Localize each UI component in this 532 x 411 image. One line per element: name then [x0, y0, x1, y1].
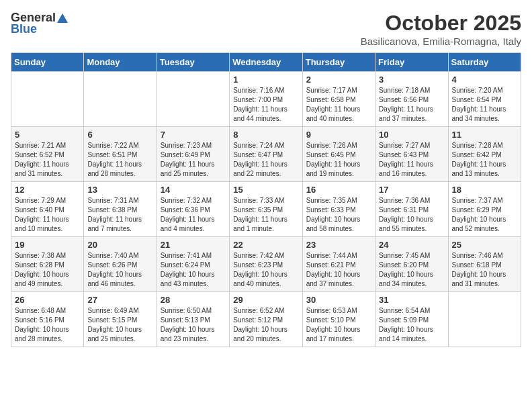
- day-number: 17: [379, 185, 444, 195]
- table-row: 18Sunrise: 7:37 AM Sunset: 6:29 PM Dayli…: [448, 182, 521, 237]
- day-info: Sunrise: 6:53 AM Sunset: 5:10 PM Dayligh…: [306, 306, 371, 344]
- day-number: 26: [15, 295, 80, 305]
- day-number: 9: [306, 130, 371, 140]
- day-number: 15: [233, 185, 298, 195]
- day-number: 29: [233, 295, 298, 305]
- header-saturday: Saturday: [448, 53, 521, 72]
- table-row: 19Sunrise: 7:38 AM Sunset: 6:28 PM Dayli…: [11, 237, 84, 292]
- logo-blue: Blue: [11, 22, 37, 36]
- table-row: 4Sunrise: 7:20 AM Sunset: 6:54 PM Daylig…: [448, 72, 521, 127]
- location-title: Basilicanova, Emilia-Romagna, Italy: [361, 36, 521, 47]
- day-info: Sunrise: 7:38 AM Sunset: 6:28 PM Dayligh…: [15, 251, 80, 289]
- page-header: General Blue October 2025 Basilicanova, …: [11, 11, 521, 47]
- table-row: 27Sunrise: 6:49 AM Sunset: 5:15 PM Dayli…: [84, 292, 157, 347]
- table-row: 21Sunrise: 7:41 AM Sunset: 6:24 PM Dayli…: [157, 237, 229, 292]
- day-number: 19: [15, 240, 80, 250]
- day-info: Sunrise: 7:37 AM Sunset: 6:29 PM Dayligh…: [452, 196, 517, 234]
- day-info: Sunrise: 7:32 AM Sunset: 6:36 PM Dayligh…: [161, 196, 226, 234]
- table-row: 12Sunrise: 7:29 AM Sunset: 6:40 PM Dayli…: [11, 182, 84, 237]
- title-block: October 2025 Basilicanova, Emilia-Romagn…: [361, 11, 521, 47]
- day-info: Sunrise: 7:35 AM Sunset: 6:33 PM Dayligh…: [306, 196, 371, 234]
- day-info: Sunrise: 7:22 AM Sunset: 6:51 PM Dayligh…: [87, 141, 152, 179]
- day-info: Sunrise: 7:18 AM Sunset: 6:56 PM Dayligh…: [379, 86, 444, 124]
- day-number: 8: [233, 130, 298, 140]
- table-row: 3Sunrise: 7:18 AM Sunset: 6:56 PM Daylig…: [375, 72, 448, 127]
- day-info: Sunrise: 6:54 AM Sunset: 5:09 PM Dayligh…: [379, 306, 444, 344]
- table-row: 1Sunrise: 7:16 AM Sunset: 7:00 PM Daylig…: [230, 72, 302, 127]
- day-info: Sunrise: 7:27 AM Sunset: 6:43 PM Dayligh…: [379, 141, 444, 179]
- table-row: 26Sunrise: 6:48 AM Sunset: 5:16 PM Dayli…: [11, 292, 84, 347]
- calendar: Sunday Monday Tuesday Wednesday Thursday…: [11, 52, 521, 347]
- day-number: 25: [452, 240, 517, 250]
- calendar-week-row: 12Sunrise: 7:29 AM Sunset: 6:40 PM Dayli…: [11, 182, 521, 237]
- table-row: [11, 72, 84, 127]
- day-info: Sunrise: 7:17 AM Sunset: 6:58 PM Dayligh…: [306, 86, 371, 124]
- table-row: 22Sunrise: 7:42 AM Sunset: 6:23 PM Dayli…: [230, 237, 302, 292]
- table-row: 29Sunrise: 6:52 AM Sunset: 5:12 PM Dayli…: [230, 292, 302, 347]
- day-number: 21: [161, 240, 226, 250]
- table-row: 10Sunrise: 7:27 AM Sunset: 6:43 PM Dayli…: [375, 127, 448, 182]
- day-number: 12: [15, 185, 80, 195]
- day-number: 24: [379, 240, 444, 250]
- day-number: 11: [452, 130, 517, 140]
- day-number: 10: [379, 130, 444, 140]
- day-info: Sunrise: 7:26 AM Sunset: 6:45 PM Dayligh…: [306, 141, 371, 179]
- day-info: Sunrise: 7:46 AM Sunset: 6:18 PM Dayligh…: [452, 251, 517, 289]
- table-row: 30Sunrise: 6:53 AM Sunset: 5:10 PM Dayli…: [302, 292, 375, 347]
- table-row: 28Sunrise: 6:50 AM Sunset: 5:13 PM Dayli…: [157, 292, 229, 347]
- table-row: 24Sunrise: 7:45 AM Sunset: 6:20 PM Dayli…: [375, 237, 448, 292]
- table-row: 25Sunrise: 7:46 AM Sunset: 6:18 PM Dayli…: [448, 237, 521, 292]
- calendar-week-row: 19Sunrise: 7:38 AM Sunset: 6:28 PM Dayli…: [11, 237, 521, 292]
- day-number: 30: [306, 295, 371, 305]
- day-number: 14: [161, 185, 226, 195]
- header-friday: Friday: [375, 53, 448, 72]
- table-row: 16Sunrise: 7:35 AM Sunset: 6:33 PM Dayli…: [302, 182, 375, 237]
- day-info: Sunrise: 7:16 AM Sunset: 7:00 PM Dayligh…: [233, 86, 298, 124]
- day-number: 6: [87, 130, 152, 140]
- day-info: Sunrise: 7:23 AM Sunset: 6:49 PM Dayligh…: [161, 141, 226, 179]
- header-sunday: Sunday: [11, 53, 84, 72]
- day-info: Sunrise: 7:21 AM Sunset: 6:52 PM Dayligh…: [15, 141, 80, 179]
- day-info: Sunrise: 7:29 AM Sunset: 6:40 PM Dayligh…: [15, 196, 80, 234]
- day-number: 20: [87, 240, 152, 250]
- day-info: Sunrise: 6:52 AM Sunset: 5:12 PM Dayligh…: [233, 306, 298, 344]
- day-info: Sunrise: 6:48 AM Sunset: 5:16 PM Dayligh…: [15, 306, 80, 344]
- day-number: 5: [15, 130, 80, 140]
- table-row: 11Sunrise: 7:28 AM Sunset: 6:42 PM Dayli…: [448, 127, 521, 182]
- day-info: Sunrise: 7:42 AM Sunset: 6:23 PM Dayligh…: [233, 251, 298, 289]
- day-number: 22: [233, 240, 298, 250]
- table-row: 17Sunrise: 7:36 AM Sunset: 6:31 PM Dayli…: [375, 182, 448, 237]
- calendar-header-row: Sunday Monday Tuesday Wednesday Thursday…: [11, 53, 521, 72]
- table-row: 9Sunrise: 7:26 AM Sunset: 6:45 PM Daylig…: [302, 127, 375, 182]
- calendar-week-row: 1Sunrise: 7:16 AM Sunset: 7:00 PM Daylig…: [11, 72, 521, 127]
- header-wednesday: Wednesday: [230, 53, 302, 72]
- day-info: Sunrise: 7:41 AM Sunset: 6:24 PM Dayligh…: [161, 251, 226, 289]
- table-row: [448, 292, 521, 347]
- calendar-week-row: 5Sunrise: 7:21 AM Sunset: 6:52 PM Daylig…: [11, 127, 521, 182]
- table-row: 23Sunrise: 7:44 AM Sunset: 6:21 PM Dayli…: [302, 237, 375, 292]
- table-row: 6Sunrise: 7:22 AM Sunset: 6:51 PM Daylig…: [84, 127, 157, 182]
- logo-icon: [56, 12, 69, 24]
- day-number: 7: [161, 130, 226, 140]
- logo: General Blue: [11, 11, 69, 36]
- day-number: 23: [306, 240, 371, 250]
- table-row: [157, 72, 229, 127]
- table-row: 5Sunrise: 7:21 AM Sunset: 6:52 PM Daylig…: [11, 127, 84, 182]
- day-number: 1: [233, 75, 298, 85]
- table-row: 2Sunrise: 7:17 AM Sunset: 6:58 PM Daylig…: [302, 72, 375, 127]
- day-info: Sunrise: 6:50 AM Sunset: 5:13 PM Dayligh…: [161, 306, 226, 344]
- table-row: 13Sunrise: 7:31 AM Sunset: 6:38 PM Dayli…: [84, 182, 157, 237]
- calendar-week-row: 26Sunrise: 6:48 AM Sunset: 5:16 PM Dayli…: [11, 292, 521, 347]
- day-number: 27: [87, 295, 152, 305]
- day-info: Sunrise: 7:28 AM Sunset: 6:42 PM Dayligh…: [452, 141, 517, 179]
- table-row: 15Sunrise: 7:33 AM Sunset: 6:35 PM Dayli…: [230, 182, 302, 237]
- day-number: 2: [306, 75, 371, 85]
- day-number: 16: [306, 185, 371, 195]
- day-info: Sunrise: 7:44 AM Sunset: 6:21 PM Dayligh…: [306, 251, 371, 289]
- header-monday: Monday: [84, 53, 157, 72]
- table-row: 31Sunrise: 6:54 AM Sunset: 5:09 PM Dayli…: [375, 292, 448, 347]
- table-row: 8Sunrise: 7:24 AM Sunset: 6:47 PM Daylig…: [230, 127, 302, 182]
- day-info: Sunrise: 7:45 AM Sunset: 6:20 PM Dayligh…: [379, 251, 444, 289]
- day-info: Sunrise: 6:49 AM Sunset: 5:15 PM Dayligh…: [87, 306, 152, 344]
- day-number: 3: [379, 75, 444, 85]
